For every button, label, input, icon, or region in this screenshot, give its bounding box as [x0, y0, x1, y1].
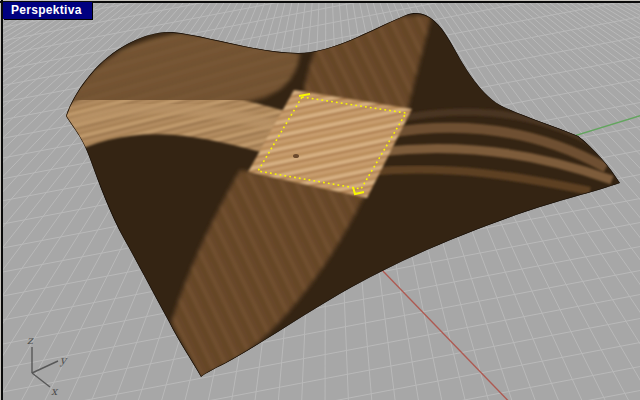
perspective-viewport[interactable]: z y x Perspektiva	[0, 0, 640, 400]
viewport-title[interactable]: Perspektiva	[3, 2, 92, 19]
viewport-border-left	[1, 0, 3, 400]
viewport-border-top	[0, 1, 640, 3]
viewport-canvas[interactable]: z y x	[0, 0, 640, 400]
decal-knot	[293, 154, 299, 158]
